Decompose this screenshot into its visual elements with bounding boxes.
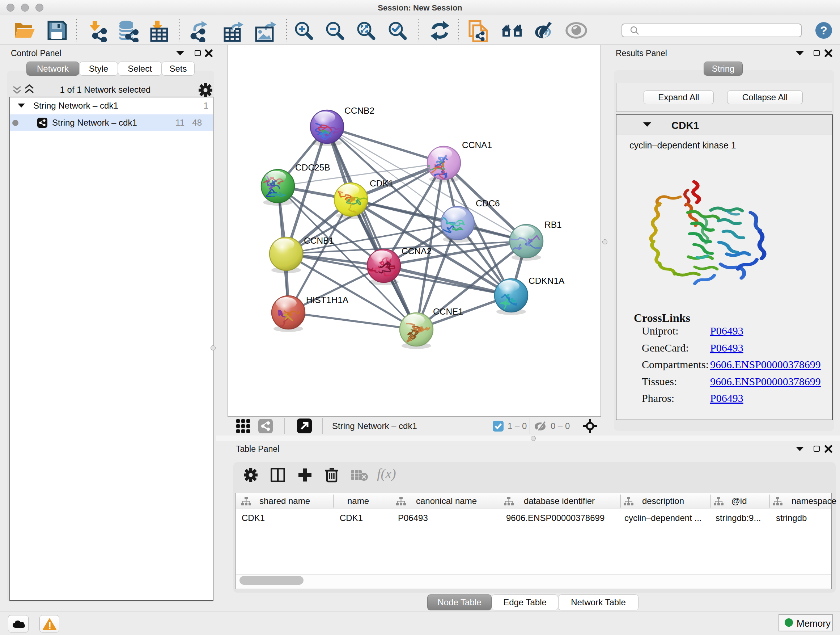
svg-text:CCNE1: CCNE1 xyxy=(433,307,463,317)
svg-text:CDK1: CDK1 xyxy=(370,179,393,188)
svg-text:CCNB1: CCNB1 xyxy=(304,236,334,245)
svg-text:RB1: RB1 xyxy=(545,220,562,230)
svg-text:CCNA2: CCNA2 xyxy=(401,246,431,256)
svg-text:CDC25B: CDC25B xyxy=(295,163,330,172)
svg-text:CDKN1A: CDKN1A xyxy=(529,276,565,286)
svg-text:CCNB2: CCNB2 xyxy=(344,106,374,116)
svg-text:CCNA1: CCNA1 xyxy=(462,140,492,150)
svg-text:CDC6: CDC6 xyxy=(476,198,500,208)
svg-text:HIST1H1A: HIST1H1A xyxy=(306,295,349,305)
